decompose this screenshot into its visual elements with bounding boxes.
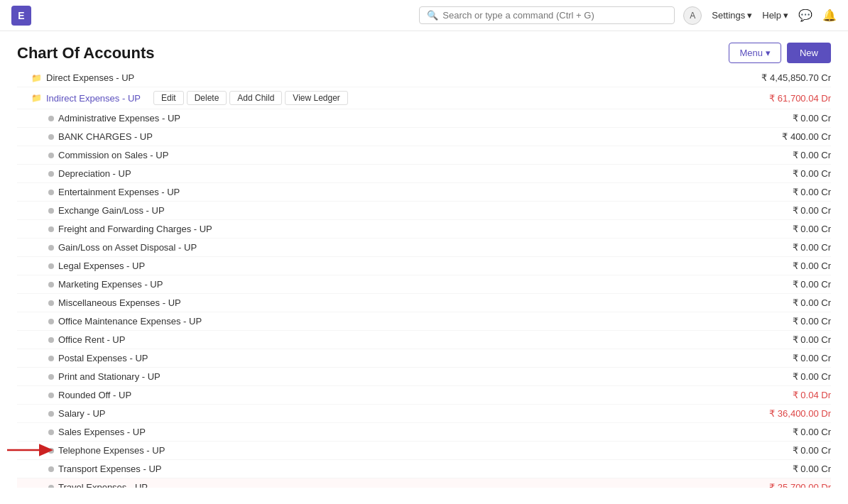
account-name: Rounded Off - UP [58, 390, 131, 400]
new-button[interactable]: New [787, 43, 831, 63]
account-name: Administrative Expenses - UP [58, 113, 180, 124]
account-amount: ₹ 0.00 Cr [717, 353, 831, 363]
dot-icon [48, 208, 54, 214]
dot-icon [48, 116, 54, 121]
search-icon: 🔍 [427, 10, 438, 21]
account-name: Entertainment Expenses - UP [58, 187, 180, 197]
account-row[interactable]: Rounded Off - UP₹ 0.04 Dr [17, 386, 831, 405]
dot-icon [48, 226, 54, 232]
account-row[interactable]: Sales Expenses - UP₹ 0.00 Cr [17, 423, 831, 442]
dot-icon [48, 393, 54, 398]
account-row[interactable]: Office Rent - UP₹ 0.00 Cr [17, 331, 831, 349]
account-row[interactable]: Office Maintenance Expenses - UP₹ 0.00 C… [17, 312, 831, 331]
account-amount: ₹ 4,45,850.70 Cr [717, 72, 831, 83]
account-row[interactable]: BANK CHARGES - UP₹ 400.00 Cr [17, 128, 831, 146]
account-amount: ₹ 0.00 Cr [717, 445, 831, 456]
account-amount: ₹ 0.00 Cr [717, 371, 831, 382]
account-name: Office Rent - UP [58, 334, 125, 345]
account-name: Gain/Loss on Asset Disposal - UP [58, 242, 197, 253]
account-name: Commission on Sales - UP [58, 150, 168, 160]
add-child-button[interactable]: Add Child [229, 91, 282, 105]
dot-icon [48, 356, 54, 361]
menu-button[interactable]: Menu ▾ [729, 43, 781, 63]
dot-icon [48, 190, 54, 195]
account-name: Transport Expenses - UP [58, 464, 161, 474]
account-amount: ₹ 0.00 Cr [717, 279, 831, 290]
account-row[interactable]: Miscellaneous Expenses - UP₹ 0.00 Cr [17, 294, 831, 312]
account-name: Exchange Gain/Loss - UP [58, 205, 165, 216]
notification-icon[interactable]: 🔔 [822, 9, 837, 22]
account-name: Salary - UP [58, 408, 105, 419]
account-row[interactable]: Exchange Gain/Loss - UP₹ 0.00 Cr [17, 202, 831, 220]
app-logo: E [11, 6, 31, 26]
dot-icon [48, 337, 54, 343]
help-button[interactable]: Help ▾ [762, 10, 788, 21]
account-row[interactable]: Administrative Expenses - UP₹ 0.00 Cr [17, 109, 831, 128]
account-amount: ₹ 0.00 Cr [717, 224, 831, 234]
avatar: A [683, 6, 702, 25]
account-amount: ₹ 0.00 Cr [717, 113, 831, 124]
account-row[interactable]: Telephone Expenses - UP₹ 0.00 Cr [17, 442, 831, 460]
account-amount: ₹ 0.00 Cr [717, 187, 831, 197]
chevron-down-icon: ▾ [766, 48, 771, 58]
account-amount: ₹ 0.00 Cr [717, 464, 831, 474]
account-amount: ₹ 25,700.00 Dr [717, 482, 831, 488]
folder-icon: 📁 [31, 73, 42, 83]
account-amount: ₹ 0.00 Cr [717, 168, 831, 179]
account-name: Miscellaneous Expenses - UP [58, 297, 181, 308]
navbar: E 🔍 A Settings ▾ Help ▾ 💬 🔔 [0, 0, 848, 31]
search-input[interactable] [442, 10, 667, 21]
account-amount: ₹ 0.04 Dr [717, 390, 831, 400]
account-name: BANK CHARGES - UP [58, 131, 153, 142]
account-row[interactable]: Postal Expenses - UP₹ 0.00 Cr [17, 349, 831, 368]
account-amount: ₹ 0.00 Cr [717, 297, 831, 308]
account-row[interactable]: Legal Expenses - UP₹ 0.00 Cr [17, 257, 831, 275]
account-row[interactable]: Depreciation - UP₹ 0.00 Cr [17, 165, 831, 183]
dot-icon [48, 282, 54, 287]
inline-actions: EditDeleteAdd ChildView Ledger [153, 91, 348, 105]
dot-icon [48, 485, 54, 488]
dot-icon [48, 448, 54, 454]
account-amount: ₹ 61,700.04 Dr [717, 93, 831, 104]
account-amount: ₹ 36,400.00 Dr [717, 408, 831, 419]
dot-icon [48, 134, 54, 140]
dot-icon [48, 263, 54, 269]
search-bar[interactable]: 🔍 [419, 6, 675, 24]
delete-button[interactable]: Delete [187, 91, 227, 105]
dot-icon [48, 374, 54, 380]
account-row[interactable]: Travel Expenses - UP₹ 25,700.00 Dr [17, 478, 831, 488]
dot-icon [48, 319, 54, 324]
dot-icon [48, 429, 54, 435]
edit-button[interactable]: Edit [153, 91, 184, 105]
account-list: 📁Direct Expenses - UP₹ 4,45,850.70 Cr📁In… [0, 69, 848, 488]
settings-button[interactable]: Settings ▾ [712, 10, 752, 21]
account-name: Travel Expenses - UP [58, 482, 148, 488]
account-amount: ₹ 0.00 Cr [717, 316, 831, 327]
dot-icon [48, 466, 54, 472]
account-row[interactable]: Transport Expenses - UP₹ 0.00 Cr [17, 460, 831, 478]
account-name[interactable]: Direct Expenses - UP [46, 72, 134, 83]
account-row[interactable]: Marketing Expenses - UP₹ 0.00 Cr [17, 275, 831, 294]
folder-icon: 📁 [31, 93, 42, 103]
account-row[interactable]: Commission on Sales - UP₹ 0.00 Cr [17, 146, 831, 165]
account-row[interactable]: Gain/Loss on Asset Disposal - UP₹ 0.00 C… [17, 239, 831, 257]
chat-icon[interactable]: 💬 [798, 9, 812, 22]
account-name[interactable]: Indirect Expenses - UP [46, 93, 141, 104]
header-actions: Menu ▾ New [729, 43, 831, 63]
account-row[interactable]: Freight and Forwarding Charges - UP₹ 0.0… [17, 220, 831, 239]
dot-icon [48, 300, 54, 306]
navbar-right: A Settings ▾ Help ▾ 💬 🔔 [683, 6, 837, 25]
account-name: Telephone Expenses - UP [58, 445, 165, 456]
chevron-down-icon: ▾ [747, 10, 752, 21]
dot-icon [48, 171, 54, 177]
account-row[interactable]: Print and Stationary - UP₹ 0.00 Cr [17, 368, 831, 386]
account-row[interactable]: 📁Indirect Expenses - UPEditDeleteAdd Chi… [17, 87, 831, 109]
account-amount: ₹ 0.00 Cr [717, 242, 831, 253]
account-row[interactable]: 📁Direct Expenses - UP₹ 4,45,850.70 Cr [17, 69, 831, 87]
account-amount: ₹ 0.00 Cr [717, 150, 831, 160]
account-row[interactable]: Entertainment Expenses - UP₹ 0.00 Cr [17, 183, 831, 202]
account-name: Print and Stationary - UP [58, 371, 161, 382]
account-row[interactable]: Salary - UP₹ 36,400.00 Dr [17, 405, 831, 423]
dot-icon [48, 411, 54, 417]
view-ledger-button[interactable]: View Ledger [285, 91, 348, 105]
